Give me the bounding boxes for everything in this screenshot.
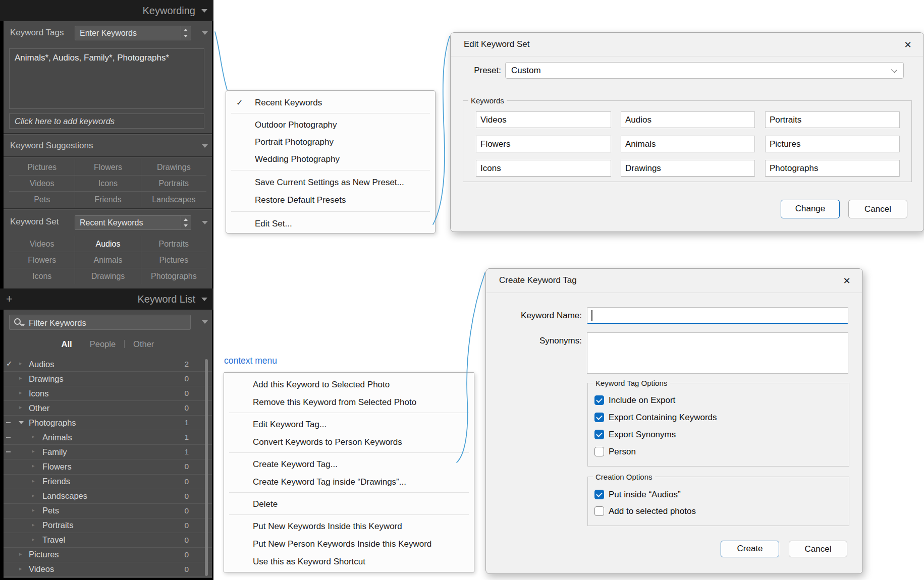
keyword-row-landscapes[interactable]: ▸ Landscapes 0: [4, 489, 212, 504]
expand-arrow-icon[interactable]: ▸: [32, 478, 35, 484]
menu-item-create-keyword-tag-inside[interactable]: Create Keyword Tag inside “Drawings”...: [253, 473, 470, 491]
collapse-triangle-icon[interactable]: [201, 298, 207, 301]
stepper-icon[interactable]: [181, 26, 191, 40]
menu-item-put-new-person-keywords-inside[interactable]: Put New Person Keywords Inside this Keyw…: [253, 535, 470, 553]
search-options-triangle-icon[interactable]: [22, 324, 25, 326]
suggestion-button[interactable]: Pets: [9, 191, 75, 207]
keyword-row-videos[interactable]: ▸ Videos 0: [4, 562, 212, 577]
keyword-row-pets[interactable]: ▸ Pets 0: [4, 504, 212, 518]
keyword-row-other[interactable]: ▸ Other 0: [4, 401, 212, 416]
suggestion-button[interactable]: Portraits: [141, 175, 206, 191]
tab-people[interactable]: People: [90, 339, 116, 349]
collapse-triangle-icon[interactable]: [201, 9, 207, 13]
keyword-tags-disclosure-triangle-icon[interactable]: [202, 31, 208, 35]
keyword-field-6[interactable]: [765, 136, 900, 152]
keyword-row-portraits[interactable]: ▸ Portraits 0: [4, 518, 212, 533]
keyword-row-flowers[interactable]: ▸ Flowers 0: [4, 459, 212, 474]
set-keyword-button[interactable]: Flowers: [9, 252, 75, 268]
expand-arrow-icon[interactable]: ▸: [32, 536, 35, 543]
menu-item-save-preset[interactable]: Save Current Settings as New Preset...: [255, 173, 431, 191]
menu-item-recent-keywords[interactable]: Recent Keywords: [255, 94, 431, 111]
preset-combobox[interactable]: Custom: [505, 62, 904, 79]
expand-arrow-icon[interactable]: ▸: [19, 360, 22, 367]
set-keyword-button[interactable]: Portraits: [141, 236, 206, 252]
keywording-panel-header[interactable]: Keywording: [0, 0, 213, 21]
expand-arrow-icon[interactable]: ▸: [32, 462, 35, 469]
suggestion-button[interactable]: Pictures: [9, 159, 75, 175]
checkbox-checked-icon[interactable]: [594, 490, 604, 499]
keyword-row-drawings[interactable]: ▸ Drawings 0: [4, 372, 212, 386]
add-keywords-field[interactable]: Click here to add keywords: [9, 113, 204, 129]
menu-item-edit-keyword-tag[interactable]: Edit Keyword Tag...: [253, 416, 470, 433]
close-icon[interactable]: ✕: [839, 273, 854, 288]
keyword-field-3[interactable]: [765, 111, 900, 128]
filter-keywords-input[interactable]: [28, 316, 181, 330]
keyword-set-dropdown[interactable]: Recent Keywords: [75, 215, 191, 230]
expand-arrow-icon[interactable]: ▸: [19, 551, 22, 557]
keyword-row-family[interactable]: ▸ Family 1: [4, 445, 212, 459]
menu-item-convert-keywords[interactable]: Convert Keywords to Person Keywords: [253, 433, 470, 451]
menu-item-portrait-photography[interactable]: Portrait Photography: [255, 133, 431, 151]
menu-item-outdoor-photography[interactable]: Outdoor Photography: [255, 116, 431, 134]
suggestion-button[interactable]: Icons: [75, 175, 140, 191]
keyword-row-pictures[interactable]: ▸ Pictures 0: [4, 548, 212, 562]
keyword-tags-dropdown[interactable]: Enter Keywords: [75, 26, 191, 40]
expand-arrow-icon[interactable]: ▸: [19, 404, 22, 411]
create-button[interactable]: Create: [721, 541, 779, 557]
add-keyword-button[interactable]: +: [6, 288, 13, 310]
suggestion-button[interactable]: Landscapes: [141, 191, 206, 207]
keyword-name-input[interactable]: [587, 307, 848, 324]
keyword-field-2[interactable]: [621, 111, 755, 128]
suggestion-button[interactable]: Videos: [9, 175, 75, 191]
checkbox-checked-icon[interactable]: [594, 430, 604, 439]
keyword-row-audios[interactable]: ✓ ▸ Audios 2: [4, 357, 212, 372]
set-keyword-button[interactable]: Drawings: [75, 268, 140, 284]
filter-disclosure-triangle-icon[interactable]: [202, 320, 208, 324]
expand-arrow-icon[interactable]: ▸: [32, 521, 35, 528]
collapse-arrow-icon[interactable]: [19, 421, 24, 424]
expand-arrow-icon[interactable]: ▸: [32, 507, 35, 513]
cancel-button[interactable]: Cancel: [789, 541, 847, 557]
applied-keywords-textarea[interactable]: Animals*, Audios, Family*, Photographs*: [9, 48, 204, 109]
keyword-row-friends[interactable]: ▸ Friends 0: [4, 475, 212, 489]
keyword-row-photographs[interactable]: Photographs 1: [4, 416, 212, 430]
suggestion-button[interactable]: Friends: [75, 191, 140, 207]
checkbox-unchecked-icon[interactable]: [594, 447, 604, 456]
suggestions-disclosure-triangle-icon[interactable]: [202, 144, 208, 148]
suggestion-button[interactable]: Flowers: [75, 159, 140, 175]
keyword-set-disclosure-triangle-icon[interactable]: [202, 221, 208, 224]
suggestion-button[interactable]: Drawings: [141, 159, 206, 175]
keyword-field-8[interactable]: [621, 160, 755, 177]
set-keyword-button[interactable]: Pictures: [141, 252, 206, 268]
menu-item-wedding-photography[interactable]: Wedding Photography: [255, 150, 431, 168]
expand-arrow-icon[interactable]: ▸: [32, 448, 35, 454]
expand-arrow-icon[interactable]: ▸: [19, 565, 22, 572]
set-keyword-button[interactable]: Photographs: [141, 268, 206, 284]
keyword-list-scrollbar[interactable]: [205, 359, 208, 576]
menu-item-remove-keyword[interactable]: Remove this Keyword from Selected Photo: [253, 393, 470, 411]
set-keyword-button-active[interactable]: Audios: [75, 236, 140, 252]
filter-keywords-box[interactable]: [9, 315, 191, 330]
checkbox-checked-icon[interactable]: [594, 413, 604, 422]
expand-arrow-icon[interactable]: ▸: [19, 389, 22, 396]
keyword-list-panel-header[interactable]: + Keyword List: [0, 288, 213, 310]
menu-item-use-as-keyword-shortcut[interactable]: Use this as Keyword Shortcut: [253, 553, 470, 570]
keyword-row-travel[interactable]: ▸ Travel 0: [4, 533, 212, 548]
change-button[interactable]: Change: [781, 200, 840, 218]
close-icon[interactable]: ✕: [900, 37, 915, 52]
menu-item-delete[interactable]: Delete: [253, 495, 470, 513]
stepper-icon[interactable]: [181, 216, 191, 229]
keyword-field-7[interactable]: [476, 160, 611, 177]
tab-other[interactable]: Other: [133, 339, 154, 349]
checkbox-unchecked-icon[interactable]: [594, 506, 604, 516]
keyword-field-1[interactable]: [476, 111, 611, 128]
checkbox-checked-icon[interactable]: [594, 395, 604, 405]
set-keyword-button[interactable]: Videos: [9, 236, 75, 252]
keyword-field-5[interactable]: [621, 136, 755, 152]
menu-item-restore-defaults[interactable]: Restore Default Presets: [255, 191, 431, 209]
keyword-row-icons[interactable]: ▸ Icons 0: [4, 386, 212, 401]
menu-item-put-new-keywords-inside[interactable]: Put New Keywords Inside this Keyword: [253, 517, 470, 535]
menu-item-edit-set[interactable]: Edit Set...: [255, 215, 431, 233]
synonyms-textarea[interactable]: [587, 332, 848, 374]
tab-all[interactable]: All: [62, 339, 72, 349]
